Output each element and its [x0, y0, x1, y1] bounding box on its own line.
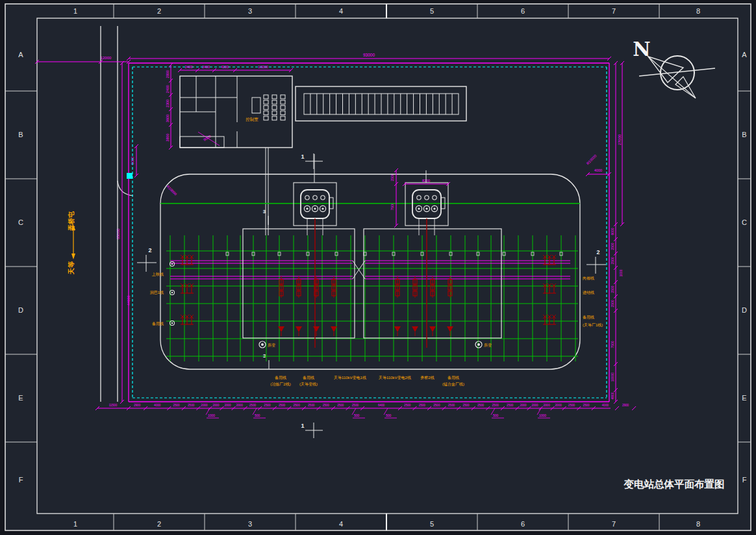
dim-text: 7500: [611, 341, 614, 348]
feeder-label-bottom: 备用线: [303, 376, 314, 380]
column-marker-dot: [171, 322, 173, 324]
dim-callout: 500: [386, 413, 392, 417]
ruler-col-top: 5: [430, 7, 434, 15]
road-label-from: 天等: [68, 261, 75, 275]
dim-text: 2000: [224, 404, 231, 407]
section-marker-1-top: 1: [301, 153, 304, 160]
dim-text: 2500: [611, 257, 614, 264]
dim-text: 2000: [201, 404, 208, 407]
section-marker-2-left: 2: [148, 247, 151, 254]
dim-text: 2500: [462, 404, 470, 407]
ruler-row-right: B: [742, 131, 746, 138]
dim-text: 3600: [166, 114, 170, 122]
dim-text: 2500: [583, 404, 590, 407]
section-marker-1-bottom: 1: [301, 423, 304, 429]
bushing-dot: [314, 207, 316, 209]
section-marker-2-right: 2: [596, 249, 599, 255]
feeder-label-right: 进结线: [583, 291, 594, 295]
dim-overall-top: 93000: [363, 53, 375, 57]
ruler-col-bottom: 4: [339, 520, 343, 528]
dim-callout: 1000: [539, 413, 546, 417]
feeder-label-bottom: 备用线: [447, 376, 459, 380]
dim-tx-height: 7500: [390, 203, 394, 210]
bushing-dot: [306, 207, 308, 209]
dim-text: 4200: [221, 65, 229, 69]
dim-text: 2500: [294, 404, 301, 407]
dim-callout: 500: [493, 413, 499, 417]
dim-text: 2500: [611, 242, 614, 250]
dim-text: 4000: [154, 404, 161, 407]
station-transformer-label: 所变: [268, 343, 275, 348]
dim-text: 2500: [337, 404, 344, 407]
dim-road-top: 12000: [101, 56, 112, 60]
feeder-label-bottom: (天等变线): [299, 382, 318, 387]
dim-text: 2000: [544, 404, 551, 407]
dim-text: 2400: [166, 85, 170, 93]
dim-text: 2000: [531, 404, 538, 407]
cad-sheet: 变电站总体平面布置图 N 弄桥屯 天等 控制室 9000 93000 12000…: [0, 0, 756, 535]
dim-text: 2900: [622, 404, 629, 407]
dim-text: 2500: [404, 404, 411, 407]
station-transformer-dot: [261, 343, 264, 346]
ruler-col-top: 7: [612, 7, 616, 15]
dim-callout: 500: [255, 413, 260, 417]
dim-text: 2500: [352, 404, 359, 407]
ruler-col-bottom: 7: [612, 520, 616, 528]
ruler-col-top: 4: [339, 7, 343, 15]
ruler-row-left: F: [19, 476, 23, 484]
ruler-row-right: F: [742, 476, 747, 484]
ruler-col-bottom: 8: [696, 520, 700, 528]
control-room-label: 控制室: [246, 117, 258, 122]
dim-text: 2500: [264, 404, 271, 407]
dim-text: 2500: [448, 404, 455, 407]
dim-callout: 1000: [208, 413, 215, 417]
dim-text: 6400: [378, 404, 385, 407]
dim-text: 2500: [173, 404, 180, 407]
dim-text: 2800: [166, 70, 170, 78]
dim-callout: 500: [354, 413, 360, 417]
ruler-col-top: 6: [521, 7, 525, 15]
column-marker-dot: [171, 292, 173, 293]
dim-text: 11500: [109, 404, 118, 407]
dim-text: 2500: [568, 404, 575, 407]
dim-text: 4000: [602, 404, 609, 407]
column-marker-dot: [171, 263, 173, 265]
north-letter: N: [633, 38, 650, 60]
ruler-row-left: A: [18, 51, 23, 59]
dim-text: 6000: [611, 228, 614, 235]
dim-text: 2500: [323, 404, 330, 407]
ruler-row-right: E: [742, 394, 746, 402]
feeder-label-left: 上映线: [151, 272, 164, 276]
ruler-row-right: D: [742, 306, 747, 314]
ruler-col-top: 1: [73, 7, 77, 15]
feeder-label-right: 向都线: [583, 276, 594, 281]
bushing-dot: [425, 207, 427, 209]
cad-drawing: 变电站总体平面布置图 N 弄桥屯 天等 控制室 9000 93000 12000…: [0, 0, 756, 535]
ruler-col-bottom: 1: [73, 520, 77, 528]
bushing-dot: [321, 207, 323, 209]
dim-text: 2900: [134, 404, 141, 407]
dim-text: 2000: [555, 404, 562, 407]
ruler-row-left: D: [18, 306, 23, 314]
ruler-col-bottom: 2: [157, 520, 161, 528]
dim-text: 2500: [507, 404, 514, 407]
dim-text: 2500: [477, 404, 485, 407]
dim-text: 10000: [611, 372, 614, 382]
dim-tx-top: 2500: [390, 174, 394, 181]
feeder-label-bottom: 弄桥2线: [420, 375, 434, 380]
dim-text: 2400: [184, 65, 192, 69]
dim-text: 2500: [419, 404, 426, 407]
ruler-col-top: 3: [248, 7, 252, 15]
feeder-label-right: (天等厂1线): [583, 323, 603, 327]
ruler-row-right: A: [742, 51, 747, 59]
dim-text: 2500: [433, 404, 440, 407]
ruler-col-bottom: 5: [430, 520, 434, 528]
ruler-col-top: 8: [696, 7, 700, 15]
dim-text: 2300: [166, 99, 170, 107]
dim-text: 1000: [619, 269, 623, 276]
feeder-label-right: 备用线: [583, 315, 594, 320]
ruler-row-left: E: [18, 394, 23, 402]
dim-text: 2500: [308, 404, 315, 407]
dim-text: 2500: [249, 404, 257, 407]
dim-text: 2500: [188, 404, 195, 407]
